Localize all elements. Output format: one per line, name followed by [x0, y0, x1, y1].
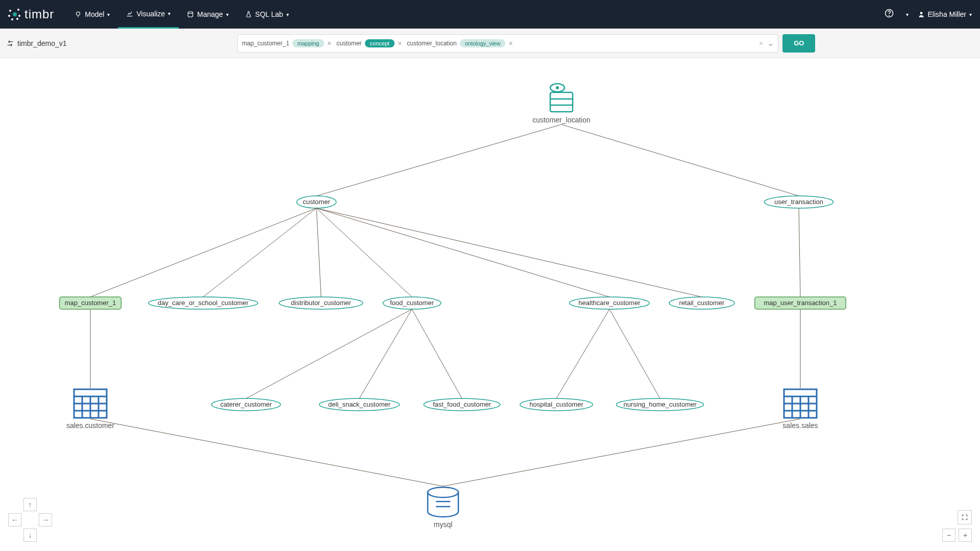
lineage-canvas[interactable]: customer_locationcustomeruser_transactio… — [0, 59, 980, 551]
chart-icon — [126, 10, 133, 17]
svg-line-38 — [799, 208, 800, 297]
graph-node-table[interactable]: sales.customer — [66, 389, 114, 430]
svg-line-52 — [556, 309, 609, 398]
tag-text: customer — [336, 40, 361, 47]
svg-text:nursing_home_customer: nursing_home_customer — [623, 400, 697, 408]
svg-text:food_customer: food_customer — [390, 299, 434, 307]
svg-point-72 — [428, 487, 458, 497]
tag-badge: ontology_view — [460, 39, 506, 47]
tag-remove-icon[interactable]: × — [508, 39, 512, 47]
database-icon — [187, 11, 194, 18]
svg-line-76 — [90, 419, 443, 486]
tag-text: customer_location — [407, 40, 456, 47]
fullscreen-button[interactable] — [958, 510, 972, 524]
svg-line-36 — [316, 208, 609, 297]
nav-sqllab[interactable]: SQL Lab▾ — [237, 0, 297, 29]
svg-point-0 — [77, 12, 80, 15]
tag-badge: concept — [365, 39, 395, 47]
svg-text:day_care_or_school_customer: day_care_or_school_customer — [158, 299, 249, 307]
pan-left-button[interactable]: ← — [8, 513, 21, 527]
go-button[interactable]: GO — [782, 34, 815, 53]
svg-line-37 — [316, 208, 702, 297]
graph-node-view[interactable]: customer_location — [532, 84, 591, 124]
sub-toolbar: timbr_demo_v1 map_customer_1 mapping ×cu… — [0, 29, 980, 58]
svg-text:sales.customer: sales.customer — [66, 421, 114, 430]
graph-node[interactable]: healthcare_customer — [570, 297, 650, 309]
brand-logo[interactable]: timbr — [8, 7, 54, 21]
svg-text:retail_customer: retail_customer — [679, 299, 725, 307]
chevron-down-icon: ▾ — [168, 11, 170, 16]
graph-node-table[interactable]: sales.sales — [782, 389, 818, 430]
nav-visualize[interactable]: Visualize▾ — [118, 0, 179, 29]
svg-rect-6 — [550, 92, 573, 112]
chevron-down-icon: ▾ — [226, 12, 229, 17]
chevron-down-icon: ▾ — [969, 12, 972, 17]
pan-controls: ↑ ← → ↓ — [8, 498, 52, 542]
graph-node[interactable]: customer — [297, 196, 336, 208]
search-tag: customer_location ontology_view × — [407, 39, 512, 47]
chevron-down-icon[interactable]: ⌄ — [767, 38, 774, 48]
help-icon[interactable] — [885, 9, 894, 20]
graph-node[interactable]: hospital_customer — [520, 398, 593, 411]
user-menu[interactable]: Elisha Miller ▾ — [918, 10, 972, 18]
clear-search-icon[interactable]: × — [759, 39, 763, 47]
brand-icon — [8, 8, 21, 21]
svg-line-16 — [316, 124, 561, 196]
svg-text:fast_food_customer: fast_food_customer — [433, 400, 492, 408]
svg-text:healthcare_customer: healthcare_customer — [578, 299, 641, 307]
tag-badge: mapping — [292, 39, 324, 47]
graph-node[interactable]: caterer_customer — [211, 398, 280, 411]
graph-node[interactable]: user_transaction — [764, 196, 833, 208]
graph-node[interactable]: distributor_customer — [279, 297, 363, 309]
zoom-out-button[interactable]: − — [942, 529, 955, 542]
tag-remove-icon[interactable]: × — [327, 39, 331, 47]
svg-point-2 — [188, 12, 193, 14]
lightbulb-icon — [75, 11, 82, 18]
svg-line-17 — [561, 124, 799, 196]
svg-text:sales.sales: sales.sales — [782, 421, 818, 430]
svg-line-50 — [359, 309, 412, 398]
svg-line-32 — [90, 208, 316, 297]
svg-line-33 — [203, 208, 316, 297]
svg-text:customer_location: customer_location — [532, 116, 591, 124]
model-switcher[interactable]: timbr_demo_v1 — [6, 39, 67, 47]
svg-text:mysql: mysql — [434, 520, 453, 529]
nav-model[interactable]: Model▾ — [66, 0, 118, 29]
zoom-controls: − + — [942, 510, 972, 542]
tag-remove-icon[interactable]: × — [398, 39, 402, 47]
graph-node[interactable]: fast_food_customer — [424, 398, 500, 411]
svg-point-10 — [556, 86, 559, 89]
graph-node-db[interactable]: mysql — [428, 487, 458, 529]
pan-right-button[interactable]: → — [39, 513, 52, 527]
svg-text:hospital_customer: hospital_customer — [529, 400, 583, 408]
svg-line-35 — [316, 208, 412, 297]
svg-text:map_customer_1: map_customer_1 — [65, 299, 116, 307]
search-tag: customer concept × — [336, 39, 402, 47]
user-icon — [918, 11, 925, 18]
chevron-down-icon: ▾ — [286, 12, 289, 17]
search-tag: map_customer_1 mapping × — [242, 39, 331, 47]
svg-text:map_user_transaction_1: map_user_transaction_1 — [764, 299, 837, 307]
pan-up-button[interactable]: ↑ — [23, 498, 37, 511]
graph-node[interactable]: map_user_transaction_1 — [755, 297, 846, 309]
svg-line-77 — [443, 419, 800, 486]
top-navbar: timbr Model▾ Visualize▾ Manage▾ SQL Lab▾… — [0, 0, 980, 29]
settings-dropdown[interactable]: ▾ — [906, 12, 909, 17]
svg-text:user_transaction: user_transaction — [774, 198, 823, 206]
svg-text:distributor_customer: distributor_customer — [291, 299, 351, 307]
flask-icon — [245, 11, 252, 18]
graph-node[interactable]: nursing_home_customer — [616, 398, 703, 411]
graph-node[interactable]: food_customer — [383, 297, 441, 309]
zoom-in-button[interactable]: + — [959, 529, 972, 542]
graph-node[interactable]: map_customer_1 — [60, 297, 121, 309]
swap-icon — [6, 39, 14, 47]
svg-line-53 — [609, 309, 660, 398]
search-input[interactable]: map_customer_1 mapping ×customer concept… — [237, 34, 778, 53]
graph-node[interactable]: deli_snack_customer — [320, 398, 400, 411]
graph-node[interactable]: retail_customer — [669, 297, 734, 309]
svg-point-4 — [889, 15, 889, 16]
svg-point-5 — [920, 12, 922, 14]
pan-down-button[interactable]: ↓ — [23, 529, 37, 542]
graph-node[interactable]: day_care_or_school_customer — [149, 297, 258, 309]
nav-manage[interactable]: Manage▾ — [179, 0, 237, 29]
